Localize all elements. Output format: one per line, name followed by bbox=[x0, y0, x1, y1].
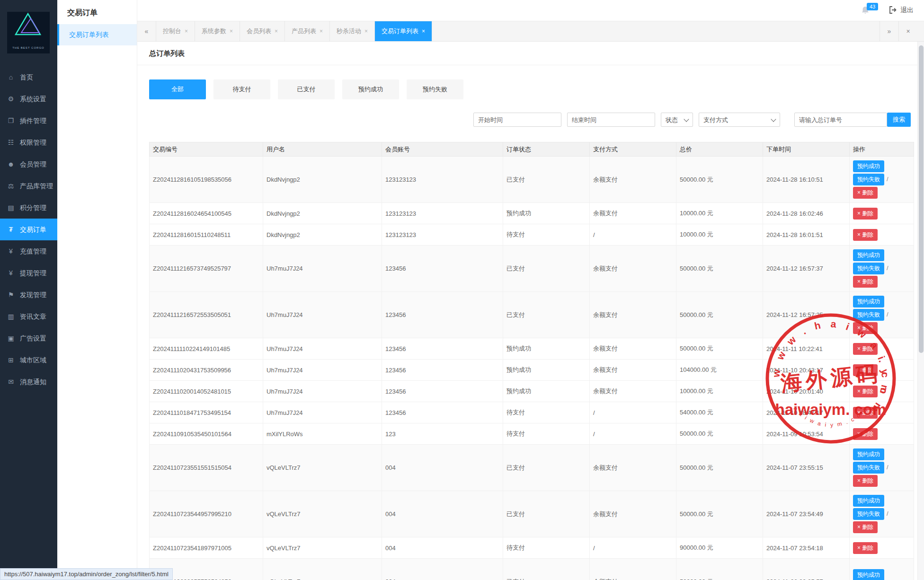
tab-会员列表[interactable]: 会员列表× bbox=[240, 21, 285, 41]
delete-button-删除[interactable]: × 删除 bbox=[853, 475, 878, 487]
action-line: 预约成功 bbox=[853, 569, 914, 580]
tabs-close-all-icon[interactable]: × bbox=[898, 21, 917, 41]
pay-method-cell: 余额支付 bbox=[590, 360, 676, 381]
delete-button-删除[interactable]: × 删除 bbox=[853, 428, 878, 440]
table-row: Z2024112816105198535056DkdNvjngp21231231… bbox=[150, 157, 914, 203]
delete-button-删除[interactable]: × 删除 bbox=[853, 542, 878, 554]
action-button-预约成功[interactable]: 预约成功 bbox=[853, 249, 884, 261]
action-line: 预约成功 bbox=[853, 249, 914, 261]
sidebar-item-plugins[interactable]: ❐插件管理 bbox=[0, 110, 57, 132]
logout-button[interactable]: 退出 bbox=[889, 6, 914, 15]
tab-close-icon[interactable]: × bbox=[275, 28, 278, 35]
delete-button-删除[interactable]: × 删除 bbox=[853, 229, 878, 241]
action-button-预约失败[interactable]: 预约失败 bbox=[853, 309, 884, 321]
filter-button-待支付[interactable]: 待支付 bbox=[213, 79, 270, 99]
tab-交易订单列表[interactable]: 交易订单列表× bbox=[375, 21, 432, 41]
member-account-cell: 123123123 bbox=[382, 203, 503, 224]
action-button-预约成功[interactable]: 预约成功 bbox=[853, 448, 884, 460]
sidebar-item-label: 积分管理 bbox=[20, 204, 46, 211]
tabs-scroll-right-icon[interactable]: » bbox=[880, 21, 898, 41]
order-time-cell: 2024-11-28 16:02:46 bbox=[763, 203, 850, 224]
sidebar-item-news[interactable]: ▥资讯文章 bbox=[0, 306, 57, 327]
tab-close-icon[interactable]: × bbox=[185, 28, 188, 35]
sidebar-item-order-list[interactable]: 交易订单列表 bbox=[57, 24, 137, 45]
delete-button-删除[interactable]: × 删除 bbox=[853, 386, 878, 397]
pay-method-cell: / bbox=[590, 537, 676, 559]
sidebar-item-products[interactable]: ⚖产品库管理 bbox=[0, 175, 57, 197]
delete-button-删除[interactable]: × 删除 bbox=[853, 276, 878, 288]
action-button-预约成功[interactable]: 预约成功 bbox=[853, 160, 884, 172]
username-cell: Uh7muJ7J24 bbox=[263, 381, 382, 402]
sidebar-item-permissions[interactable]: ☷权限管理 bbox=[0, 132, 57, 153]
sidebar-item-ads[interactable]: ▣广告设置 bbox=[0, 327, 57, 349]
filter-button-预约失败[interactable]: 预约失败 bbox=[407, 79, 463, 99]
end-time-input[interactable] bbox=[567, 113, 655, 127]
action-button-预约成功[interactable]: 预约成功 bbox=[853, 296, 884, 308]
tab-秒杀活动[interactable]: 秒杀活动× bbox=[330, 21, 375, 41]
delete-button-删除[interactable]: × 删除 bbox=[853, 322, 878, 334]
sidebar-item-trade[interactable]: ₮交易订单 bbox=[0, 219, 57, 240]
order-no-input[interactable] bbox=[794, 113, 887, 127]
delete-button-删除[interactable]: × 删除 bbox=[853, 364, 878, 376]
action-separator: / bbox=[887, 176, 888, 183]
action-line: × 删除 bbox=[853, 364, 914, 376]
sidebar-item-city[interactable]: ⊞城市区域 bbox=[0, 349, 57, 371]
sidebar-item-members[interactable]: ☻会员管理 bbox=[0, 153, 57, 175]
order-id-cell: Z2024111216573749525797 bbox=[150, 246, 263, 292]
tab-close-icon[interactable]: × bbox=[364, 28, 368, 35]
sidebar-item-withdraw[interactable]: ¥提现管理 bbox=[0, 262, 57, 284]
username-cell: DkdNvjngp2 bbox=[263, 203, 382, 224]
vertical-scrollbar-track[interactable] bbox=[917, 42, 924, 580]
action-button-预约失败[interactable]: 预约失败 bbox=[853, 508, 884, 520]
sidebar-item-home[interactable]: ⌂首页 bbox=[0, 66, 57, 88]
tab-close-icon[interactable]: × bbox=[320, 28, 323, 35]
tab-close-icon[interactable]: × bbox=[230, 28, 233, 35]
sidebar-item-message[interactable]: ✉消息通知 bbox=[0, 371, 57, 393]
tab-产品列表[interactable]: 产品列表× bbox=[285, 21, 330, 41]
member-account-cell: 123123123 bbox=[382, 157, 503, 203]
delete-button-删除[interactable]: × 删除 bbox=[853, 407, 878, 419]
tabs-scroll-left-icon[interactable]: « bbox=[137, 21, 156, 41]
filter-button-全部[interactable]: 全部 bbox=[149, 79, 206, 99]
total-price-cell: 90000.00 元 bbox=[676, 537, 763, 559]
action-button-预约失败[interactable]: 预约失败 bbox=[853, 462, 884, 474]
action-line: 预约成功 bbox=[853, 448, 914, 460]
tab-系统参数[interactable]: 系统参数× bbox=[195, 21, 240, 41]
delete-button-删除[interactable]: × 删除 bbox=[853, 187, 878, 199]
order-status-cell: 已支付 bbox=[503, 445, 590, 491]
delete-button-删除[interactable]: × 删除 bbox=[853, 521, 878, 533]
action-button-预约失败[interactable]: 预约失败 bbox=[853, 174, 884, 185]
triangle-logo-icon bbox=[14, 12, 43, 38]
pay-method-cell: 余额支付 bbox=[590, 246, 676, 292]
sidebar-item-recharge[interactable]: ¥充值管理 bbox=[0, 240, 57, 262]
tab-close-icon[interactable]: × bbox=[422, 28, 425, 35]
order-id-cell: Z2024111020014052481015 bbox=[150, 381, 263, 402]
search-button[interactable]: 搜索 bbox=[887, 113, 911, 127]
order-time-cell: 2024-11-07 23:55:15 bbox=[763, 445, 850, 491]
sidebar-item-discover[interactable]: ⚑发现管理 bbox=[0, 284, 57, 306]
action-button-预约成功[interactable]: 预约成功 bbox=[853, 495, 884, 507]
action-button-预约失败[interactable]: 预约失败 bbox=[853, 263, 884, 274]
delete-button-删除[interactable]: × 删除 bbox=[853, 343, 878, 355]
total-price-cell: 50000.00 元 bbox=[676, 559, 763, 580]
pay-method-cell: 余额支付 bbox=[590, 559, 676, 580]
delete-button-删除[interactable]: × 删除 bbox=[853, 208, 878, 220]
start-time-input[interactable] bbox=[473, 113, 561, 127]
column-header-交易编号: 交易编号 bbox=[150, 142, 263, 157]
sidebar-item-points[interactable]: ▤积分管理 bbox=[0, 197, 57, 219]
filter-button-预约成功[interactable]: 预约成功 bbox=[342, 79, 399, 99]
pay-method-select[interactable]: 支付方式 bbox=[699, 113, 780, 127]
action-line: × 删除 bbox=[853, 208, 914, 220]
action-separator: / bbox=[887, 311, 888, 318]
vertical-scrollbar-thumb[interactable] bbox=[919, 45, 924, 353]
status-select[interactable]: 状态 bbox=[661, 113, 693, 127]
total-price-cell: 10000.00 元 bbox=[676, 224, 763, 246]
action-line: × 删除 bbox=[853, 428, 914, 440]
column-header-操作: 操作 bbox=[850, 142, 914, 157]
column-header-总价: 总价 bbox=[676, 142, 763, 157]
filter-button-已支付[interactable]: 已支付 bbox=[278, 79, 335, 99]
action-button-预约成功[interactable]: 预约成功 bbox=[853, 569, 884, 580]
action-line: 预约成功 bbox=[853, 160, 914, 172]
sidebar-item-settings[interactable]: ⚙系统设置 bbox=[0, 88, 57, 110]
tab-控制台[interactable]: 控制台× bbox=[156, 21, 195, 41]
